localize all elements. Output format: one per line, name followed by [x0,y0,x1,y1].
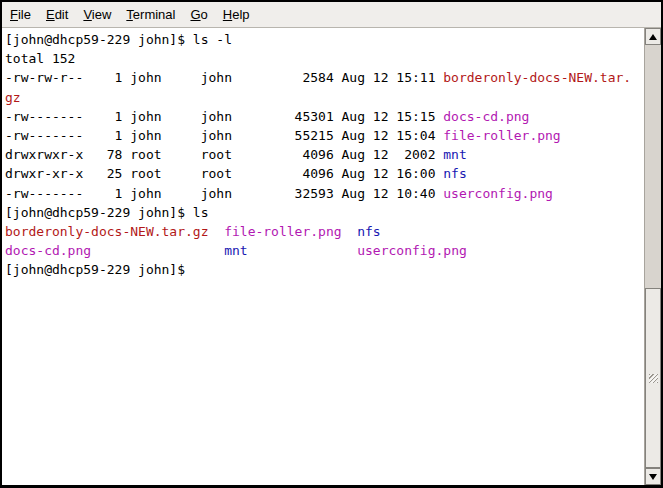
terminal-line: -rw------- 1 john john 45301 Aug 12 15:1… [5,107,644,126]
terminal-content: [john@dhcp59-229 john]$ ls -ltotal 152-r… [2,28,661,485]
menu-go[interactable]: Go [190,4,214,25]
scrollbar-thumb[interactable] [645,288,661,468]
terminal-line: total 152 [5,49,644,68]
terminal-line: [john@dhcp59-229 john]$ ls [5,203,644,222]
menu-terminal[interactable]: Terminal [126,4,182,25]
terminal-line: -rw-rw-r-- 1 john john 2584 Aug 12 15:11… [5,68,644,87]
menubar: FileEditViewTerminalGoHelp [2,2,661,28]
menu-view[interactable]: View [83,4,118,25]
terminal-line: drwxr-xr-x 25 root root 4096 Aug 12 16:0… [5,164,644,183]
terminal-output[interactable]: [john@dhcp59-229 john]$ ls -ltotal 152-r… [2,28,644,485]
menu-edit[interactable]: Edit [46,4,75,25]
scroll-down-button[interactable] [645,468,661,485]
grip-lines-icon [649,374,658,383]
up-arrow-icon [649,34,657,40]
terminal-line: -rw------- 1 john john 55215 Aug 12 15:0… [5,126,644,145]
menu-help[interactable]: Help [223,4,257,25]
terminal-window: FileEditViewTerminalGoHelp [john@dhcp59-… [0,0,663,488]
terminal-line: drwxrwxr-x 78 root root 4096 Aug 12 2002… [5,145,644,164]
scrollbar[interactable] [644,28,661,485]
menu-file[interactable]: File [10,4,38,25]
terminal-line: [john@dhcp59-229 john]$ [5,260,644,279]
terminal-line: [john@dhcp59-229 john]$ ls -l [5,30,644,49]
down-arrow-icon [649,474,657,480]
scrollbar-trough[interactable] [645,45,661,468]
terminal-line: docs-cd.png mnt userconfig.png [5,241,644,260]
terminal-line: borderonly-docs-NEW.tar.gz file-roller.p… [5,222,644,241]
terminal-line: gz [5,88,644,107]
terminal-line: -rw------- 1 john john 32593 Aug 12 10:4… [5,184,644,203]
scroll-up-button[interactable] [645,28,661,45]
